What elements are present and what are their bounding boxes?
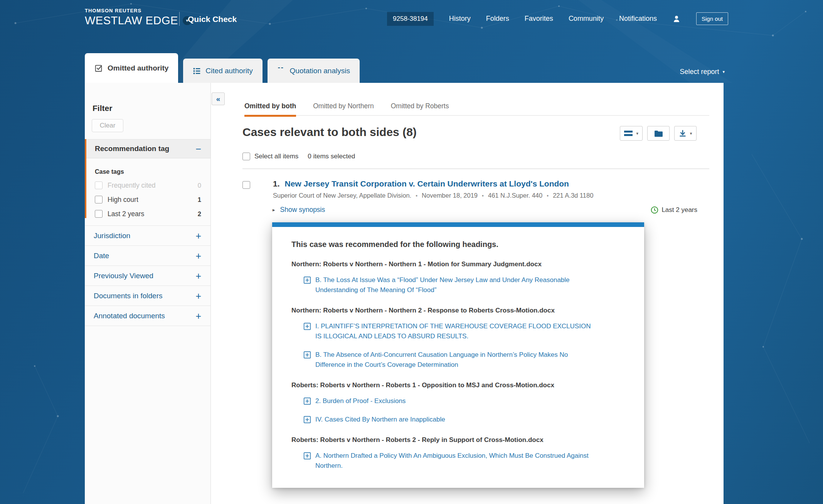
tab-omitted-authority[interactable]: Omitted authority <box>85 53 178 83</box>
filter-label: Last 2 years <box>108 210 198 218</box>
select-all-checkbox[interactable] <box>242 153 250 160</box>
heading-link[interactable]: IV. Cases Cited By Northern are Inapplic… <box>303 415 627 425</box>
westlaw-logo[interactable]: THOMSON REUTERS WESTLAW EDGE ▾ <box>85 8 192 27</box>
case-checkbox[interactable] <box>242 181 250 189</box>
show-synopsis-toggle[interactable]: ▸ Show synopsis <box>273 206 325 214</box>
results-divider <box>242 168 709 169</box>
save-to-folder-button[interactable] <box>647 126 670 141</box>
case-result-row: 1. New Jersey Transit Corporation v. Cer… <box>242 179 709 199</box>
heading-link-text: A. Northern Drafted a Policy With An Amb… <box>315 451 593 471</box>
filter-sidebar: Filter Clear Recommendation tag − Case t… <box>85 83 211 504</box>
subtab-omitted-by-northern[interactable]: Omitted by Northern <box>313 102 374 110</box>
section-label: Date <box>94 252 195 260</box>
sign-out-button[interactable]: Sign out <box>696 12 728 25</box>
heading-link-text: B. The Loss At Issue Was a “Flood” Under… <box>315 275 593 295</box>
document-title: Roberts: Roberts v Northern - Roberts 1 … <box>291 381 627 389</box>
document-title: Northern: Roberts v Northern - Northern … <box>291 307 627 314</box>
product-title: Quick Check <box>188 15 237 24</box>
quotation-icon: “ <box>277 67 285 74</box>
nav-favorites[interactable]: Favorites <box>525 15 553 23</box>
select-all-row: Select all items 0 items selected <box>242 153 709 160</box>
top-header: THOMSON REUTERS WESTLAW EDGE ▾ Quick Che… <box>0 0 823 37</box>
clear-filters-button[interactable]: Clear <box>92 119 123 132</box>
heading-link[interactable]: I. PLAINTIFF’S INTERPRETATION OF THE WAR… <box>303 321 627 341</box>
nav-notifications[interactable]: Notifications <box>619 15 657 23</box>
brand-thomson-reuters: THOMSON REUTERS <box>85 8 192 13</box>
download-button[interactable]: ▾ <box>674 126 697 141</box>
expand-plus-box-icon <box>303 323 311 330</box>
nav-community[interactable]: Community <box>569 15 604 23</box>
quick-check-page: THOMSON REUTERS WESTLAW EDGE ▾ Quick Che… <box>0 0 823 504</box>
tab-quotation-analysis[interactable]: “ Quotation analysis <box>268 59 360 83</box>
results-toolbar: ▾ ▾ <box>620 126 697 141</box>
heading-link[interactable]: B. The Absence of Anti-Concurrent Causat… <box>303 350 627 370</box>
sidebar-collapse-button[interactable]: « <box>212 92 225 105</box>
checkbox[interactable] <box>95 210 103 218</box>
list-icon <box>193 67 201 75</box>
header-divider <box>179 12 180 26</box>
subtab-omitted-by-roberts[interactable]: Omitted by Roberts <box>391 102 449 110</box>
recommendation-tag-header[interactable]: Recommendation tag − <box>86 139 210 158</box>
section-label: Jurisdiction <box>94 232 195 240</box>
expand-plus-icon[interactable]: + <box>195 232 201 240</box>
filter-count: 2 <box>198 210 201 218</box>
subtab-omitted-by-both[interactable]: Omitted by both <box>244 102 296 110</box>
section-date[interactable]: Date + <box>85 246 210 266</box>
list-display-icon <box>624 131 633 136</box>
case-meta: Superior Court of New Jersey, Appellate … <box>273 192 593 199</box>
expand-arrow-icon: ▸ <box>273 207 275 213</box>
bullet-separator: • <box>547 193 549 199</box>
badge-label: Last 2 years <box>661 206 697 214</box>
show-synopsis-label: Show synopsis <box>280 206 325 214</box>
last-2-years-badge: Last 2 years <box>651 206 697 214</box>
filter-count: 1 <box>198 196 201 203</box>
select-report-dropdown[interactable]: Select report ▾ <box>680 68 725 76</box>
section-annotated-documents[interactable]: Annotated documents + <box>85 306 210 326</box>
section-documents-in-folders[interactable]: Documents in folders + <box>85 286 210 306</box>
bullet-separator: • <box>482 193 484 199</box>
nav-folders[interactable]: Folders <box>486 15 509 23</box>
display-options-button[interactable]: ▾ <box>620 126 643 141</box>
nav-history[interactable]: History <box>449 15 471 23</box>
popup-heading: This case was recommended for the follow… <box>291 240 627 249</box>
brand-westlaw-edge: WESTLAW EDGE <box>85 14 178 27</box>
heading-link-text: B. The Absence of Anti-Concurrent Causat… <box>315 350 593 370</box>
section-label: Annotated documents <box>94 312 195 320</box>
selected-count: 0 items selected <box>308 153 355 160</box>
select-report-label: Select report <box>680 68 719 76</box>
section-jurisdiction[interactable]: Jurisdiction + <box>85 226 210 246</box>
heading-link[interactable]: 2. Burden of Proof - Exclusions <box>303 396 627 406</box>
expand-plus-icon[interactable]: + <box>195 272 201 280</box>
checked-box-icon <box>94 64 103 72</box>
filter-label: Frequently cited <box>108 181 198 190</box>
case-body: 1. New Jersey Transit Corporation v. Cer… <box>273 179 593 199</box>
user-profile-icon[interactable] <box>672 15 681 23</box>
case-title-link[interactable]: New Jersey Transit Corporation v. Certai… <box>285 179 569 188</box>
case-date: November 18, 2019 <box>422 192 478 199</box>
top-nav: 9258-38194 History Folders Favorites Com… <box>387 0 728 37</box>
expand-plus-box-icon <box>303 276 311 284</box>
expand-plus-icon[interactable]: + <box>195 292 201 300</box>
popup-accent-bar <box>272 222 644 227</box>
filter-last-2-years[interactable]: Last 2 years 2 <box>95 210 201 218</box>
select-all-label: Select all items <box>254 153 298 160</box>
section-label: Previously Viewed <box>94 272 195 280</box>
tab-cited-authority[interactable]: Cited authority <box>183 59 263 83</box>
filter-high-court[interactable]: High court 1 <box>95 195 201 204</box>
case-court: Superior Court of New Jersey, Appellate … <box>273 192 411 199</box>
heading-link[interactable]: B. The Loss At Issue Was a “Flood” Under… <box>303 275 627 295</box>
synopsis-row: ▸ Show synopsis Last 2 years <box>273 206 697 214</box>
client-id-button[interactable]: 9258-38194 <box>387 12 434 26</box>
checkbox <box>95 181 103 189</box>
section-previously-viewed[interactable]: Previously Viewed + <box>85 266 210 286</box>
expand-plus-icon[interactable]: + <box>195 312 201 320</box>
checkbox[interactable] <box>95 196 103 203</box>
filter-title: Filter <box>93 104 210 113</box>
collapse-minus-icon[interactable]: − <box>195 145 201 153</box>
heading-link-text: IV. Cases Cited By Northern are Inapplic… <box>315 415 445 425</box>
heading-link[interactable]: A. Northern Drafted a Policy With An Amb… <box>303 451 627 471</box>
tab-label: Cited authority <box>205 67 253 75</box>
expand-plus-icon[interactable]: + <box>195 252 201 260</box>
heading-link-text: I. PLAINTIFF’S INTERPRETATION OF THE WAR… <box>315 321 593 341</box>
caret-down-icon: ▾ <box>636 131 638 136</box>
